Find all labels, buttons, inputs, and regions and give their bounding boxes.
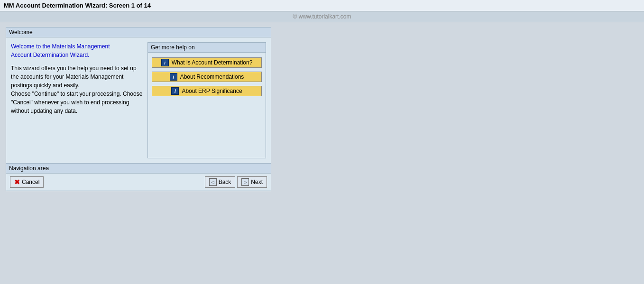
- back-label: Back: [219, 179, 231, 185]
- navigation-label: Navigation area: [9, 165, 49, 172]
- cancel-icon: ✖: [14, 178, 20, 186]
- back-icon: ◁: [209, 178, 217, 186]
- help-panel-header: Get more help on: [148, 43, 266, 53]
- wizard-panel: Welcome Welcome to the Materials Managem…: [6, 27, 271, 191]
- cancel-label: Cancel: [22, 179, 39, 185]
- info-icon-2: i: [170, 73, 177, 81]
- what-is-account-determination-button[interactable]: i What is Account Determination?: [152, 57, 262, 68]
- navigation-section: Navigation area ✖ Cancel ◁ Back ▷ Next: [6, 163, 271, 191]
- back-button[interactable]: ◁ Back: [205, 176, 236, 188]
- help-panel: Get more help on i What is Account Deter…: [147, 42, 266, 158]
- help-panel-title: Get more help on: [151, 44, 195, 51]
- welcome-section-header: Welcome: [6, 27, 271, 37]
- navigation-header: Navigation area: [6, 164, 271, 174]
- title-text: MM Account Determination Wizard: Screen …: [4, 2, 151, 9]
- info-icon-1: i: [161, 59, 169, 66]
- next-icon: ▷: [241, 178, 249, 186]
- left-description: Welcome to the Materials Management Acco…: [11, 42, 143, 158]
- description-paragraph: This wizard offers you the help you need…: [11, 64, 143, 115]
- next-label: Next: [251, 179, 263, 185]
- info-icon-3: i: [171, 87, 179, 95]
- right-panel-spacer: [148, 101, 266, 158]
- welcome-body: Welcome to the Materials Management Acco…: [6, 37, 271, 163]
- link-line2: Account Determination Wizard.: [11, 52, 89, 58]
- help-btn-label-2: About Recommendations: [180, 73, 244, 80]
- about-erp-significance-button[interactable]: i About ERP Significance: [152, 86, 262, 96]
- help-btn-label-1: What is Account Determination?: [172, 59, 253, 66]
- nav-buttons-area: ✖ Cancel ◁ Back ▷ Next: [6, 174, 271, 191]
- next-button[interactable]: ▷ Next: [237, 176, 267, 188]
- link-line1: Welcome to the Materials Management: [11, 43, 110, 50]
- cancel-button[interactable]: ✖ Cancel: [10, 176, 44, 188]
- watermark-text: © www.tutorialkart.com: [293, 13, 351, 20]
- title-bar: MM Account Determination Wizard: Screen …: [0, 0, 644, 11]
- welcome-label: Welcome: [9, 29, 33, 36]
- help-btn-label-3: About ERP Significance: [182, 88, 242, 94]
- watermark-bar: © www.tutorialkart.com: [0, 11, 644, 22]
- main-area: Welcome Welcome to the Materials Managem…: [0, 22, 644, 196]
- help-panel-body: i What is Account Determination? i About…: [148, 53, 266, 101]
- welcome-link[interactable]: Welcome to the Materials Management Acco…: [11, 42, 143, 59]
- about-recommendations-button[interactable]: i About Recommendations: [152, 72, 262, 82]
